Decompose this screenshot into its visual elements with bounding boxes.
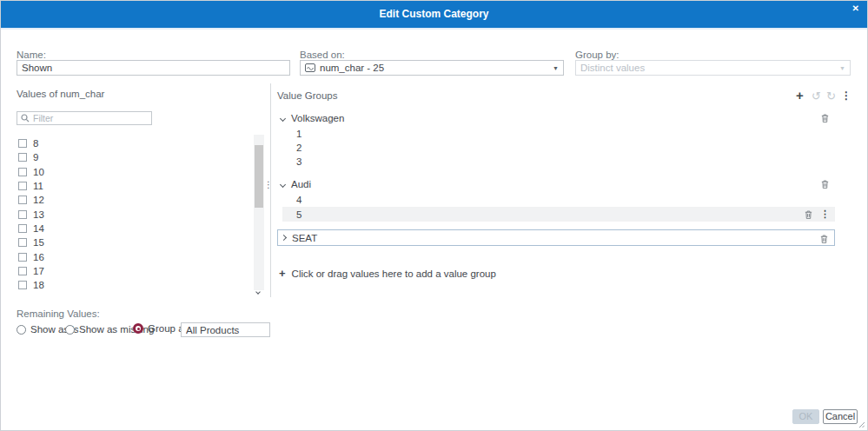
value-label: 10: [33, 167, 44, 177]
edit-custom-category-dialog: Edit Custom Category ✕ Name: Based on: n…: [0, 0, 868, 431]
group-value-row[interactable]: 4: [277, 193, 835, 207]
close-icon[interactable]: ✕: [852, 3, 859, 15]
checkbox[interactable]: [18, 139, 27, 148]
scroll-up-icon[interactable]: [256, 137, 262, 143]
delete-group-icon[interactable]: [819, 234, 829, 244]
checkbox[interactable]: [18, 196, 27, 204]
chevron-right-icon[interactable]: [282, 235, 292, 240]
chevron-down-icon[interactable]: [281, 116, 291, 121]
checkbox[interactable]: [18, 238, 27, 247]
group-by-value: Distinct values: [580, 63, 645, 73]
checkbox[interactable]: [18, 168, 27, 176]
chevron-down-icon[interactable]: [281, 182, 291, 187]
overflow-menu-icon[interactable]: ⋮: [841, 90, 851, 102]
scroll-down-icon[interactable]: [256, 282, 262, 287]
row-overflow-icon[interactable]: ⋮: [820, 209, 830, 220]
checkbox[interactable]: [18, 281, 27, 289]
values-scrollbar[interactable]: [254, 135, 264, 290]
checkbox[interactable]: [18, 253, 27, 262]
value-row[interactable]: 9: [18, 150, 244, 164]
groups-panel-title: Value Groups: [277, 90, 337, 101]
value-row[interactable]: 15: [18, 235, 244, 249]
based-on-value: num_char - 25: [320, 63, 384, 73]
delete-group-icon[interactable]: [820, 179, 830, 189]
value-label: 11: [33, 181, 43, 191]
dialog-titlebar: Edit Custom Category ✕: [1, 1, 867, 30]
value-label: 9: [33, 152, 38, 162]
filter-box: [17, 111, 152, 125]
category-data-icon: [305, 63, 315, 72]
value-label: 8: [33, 138, 38, 149]
group-value-label: 1: [296, 129, 301, 139]
checkbox[interactable]: [18, 153, 27, 162]
panel-divider: [270, 83, 271, 297]
name-label: Name:: [17, 50, 46, 60]
value-row[interactable]: 13: [18, 207, 244, 221]
value-label: 16: [33, 252, 44, 262]
group-row-volkswagen[interactable]: Volkswagen: [277, 111, 835, 125]
checkbox[interactable]: [18, 210, 27, 219]
value-row[interactable]: 12: [18, 193, 244, 207]
group-row-audi[interactable]: Audi: [277, 177, 835, 191]
group-value-label: 2: [296, 143, 301, 153]
filter-input[interactable]: [33, 113, 137, 123]
value-row[interactable]: 8: [18, 136, 244, 150]
scrollbar-thumb[interactable]: [255, 145, 263, 208]
cancel-button[interactable]: Cancel: [823, 409, 858, 424]
value-row[interactable]: 17: [18, 264, 244, 278]
value-groups-tree: Volkswagen 1 2 3 Audi 4 5 ⋮ SEAT: [277, 111, 835, 246]
plus-icon: +: [279, 267, 286, 280]
values-list: 8 9 10 11 12 13 14 15 16 17 18: [18, 136, 244, 292]
group-value-label: 5: [296, 209, 301, 220]
value-label: 13: [33, 209, 44, 220]
checkbox[interactable]: [18, 182, 27, 190]
value-row[interactable]: 10: [18, 165, 244, 179]
value-row[interactable]: 11: [18, 179, 244, 193]
group-value-label: 4: [296, 195, 301, 205]
group-label: SEAT: [292, 233, 317, 243]
add-group-button[interactable]: +: [796, 88, 804, 103]
redo-icon: ↻: [826, 90, 836, 103]
radio-icon[interactable]: [65, 325, 75, 335]
group-by-dropdown: Distinct values ▼: [575, 60, 851, 76]
group-value-label: 3: [296, 156, 301, 167]
value-row[interactable]: 16: [18, 249, 244, 263]
group-value-row[interactable]: 1: [277, 127, 835, 141]
undo-icon: ↺: [812, 90, 821, 103]
value-label: 17: [33, 266, 44, 276]
splitter-handle-icon[interactable]: ⋮: [264, 180, 273, 189]
group-label: Volkswagen: [291, 113, 344, 123]
checkbox[interactable]: [18, 224, 27, 233]
based-on-label: Based on:: [300, 50, 345, 60]
radio-selected-icon[interactable]: [133, 323, 143, 334]
add-value-group-target[interactable]: + Click or drag values here to add a val…: [279, 267, 496, 280]
radio-icon[interactable]: [17, 325, 26, 335]
dialog-title: Edit Custom Category: [1, 1, 867, 28]
ok-button[interactable]: OK: [792, 409, 819, 424]
checkbox[interactable]: [18, 267, 27, 275]
values-panel-title: Values of num_char: [17, 89, 104, 99]
group-label: Audi: [291, 179, 311, 189]
group-row-seat[interactable]: SEAT: [277, 229, 835, 246]
group-value-row-selected[interactable]: 5 ⋮: [282, 207, 835, 222]
chevron-down-icon: ▼: [839, 65, 845, 71]
group-value-row[interactable]: 3: [277, 155, 835, 169]
value-row[interactable]: 18: [18, 278, 244, 292]
value-label: 14: [33, 223, 44, 234]
search-icon: [21, 114, 30, 123]
name-input[interactable]: [17, 60, 290, 76]
delete-value-icon[interactable]: [804, 209, 813, 220]
delete-group-icon[interactable]: [820, 113, 830, 123]
value-label: 12: [33, 195, 44, 205]
value-label: 18: [33, 280, 44, 290]
based-on-dropdown[interactable]: num_char - 25 ▼: [300, 60, 564, 76]
resize-grip-icon[interactable]: [858, 421, 865, 428]
value-row[interactable]: 14: [18, 222, 244, 235]
value-label: 15: [33, 237, 44, 248]
add-hint-text: Click or drag values here to add a value…: [292, 269, 496, 279]
chevron-down-icon: ▼: [553, 65, 559, 71]
group-value-row[interactable]: 2: [277, 141, 835, 155]
group-as-input[interactable]: [181, 322, 270, 337]
remaining-values-label: Remaining Values:: [17, 308, 100, 319]
group-by-label: Group by:: [575, 50, 620, 60]
